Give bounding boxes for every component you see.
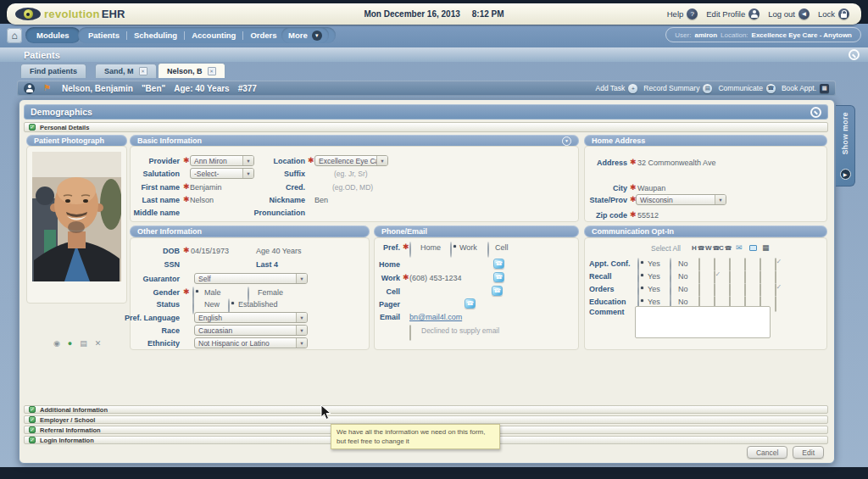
chevron-down-icon: ▼ <box>296 338 307 348</box>
pref-work-radio[interactable] <box>450 242 452 258</box>
nav-accounting[interactable]: Accounting <box>192 31 236 40</box>
section-personal-details[interactable]: ✓ Personal Details <box>24 122 828 132</box>
section-additional-information[interactable]: ✓Additional Information <box>24 405 828 414</box>
phone-icon[interactable]: ☎ <box>492 286 503 296</box>
pref-cell-radio[interactable] <box>487 242 489 258</box>
tab-nelson-b[interactable]: Nelson, B✕ <box>158 63 225 78</box>
webcam-icon[interactable]: ◉ <box>53 340 60 348</box>
pref-home-radio[interactable] <box>409 242 411 258</box>
pref-label: Pref. <box>375 243 400 252</box>
location-label: Location: <box>721 31 748 39</box>
collapse-chevron-icon[interactable]: ▼ <box>562 136 571 146</box>
book-appt-icon[interactable]: ▦ <box>820 84 829 93</box>
cancel-button[interactable]: Cancel <box>747 446 787 459</box>
first-name-label: First name <box>131 183 180 192</box>
record-summary-icon[interactable]: ▤ <box>703 84 712 93</box>
ethnicity-dropdown[interactable]: Not Hispanic or Latino▼ <box>194 337 308 348</box>
app-window: revolution EHR Mon December 16, 2013 8:1… <box>0 0 868 479</box>
city-label: City <box>585 184 627 192</box>
declined-email-label: Declined to supply email <box>421 326 499 335</box>
help-link[interactable]: Help? <box>667 8 698 19</box>
brand-ehr: EHR <box>102 8 125 20</box>
print-icon[interactable]: ▤ <box>80 340 87 348</box>
profile-icon[interactable] <box>748 8 760 19</box>
nav-scheduling[interactable]: Scheduling <box>134 31 177 40</box>
main-nav-bar: ⌂ Modules Patients Scheduling Accounting… <box>0 24 868 47</box>
nav-modules[interactable]: Modules <box>25 27 81 43</box>
optin-checkbox[interactable] <box>775 296 776 312</box>
lock-link[interactable]: Lock <box>818 8 849 19</box>
app-logo: revolution EHR <box>15 8 125 20</box>
tab-find-patients[interactable]: Find patients <box>20 64 86 78</box>
field-ssn: SSN Last 4 <box>131 259 369 270</box>
chevron-down-icon[interactable]: ▼ <box>312 31 322 41</box>
record-summary-button[interactable]: Record Summary▤ <box>643 84 712 93</box>
alert-flag-icon[interactable]: ⚑ <box>43 84 51 92</box>
dob-label: DOB <box>131 247 180 255</box>
lock-icon[interactable] <box>838 8 849 19</box>
check-icon: ✓ <box>29 426 36 433</box>
add-task-icon[interactable]: + <box>628 84 637 93</box>
tab-sand-m[interactable]: Sand, M✕ <box>95 64 157 78</box>
ssn-label: SSN <box>131 260 180 269</box>
state-dropdown[interactable]: Wisconsin▼ <box>636 194 726 205</box>
declined-email-checkbox[interactable] <box>409 325 411 341</box>
edit-button[interactable]: Edit <box>793 446 824 459</box>
show-more-tab[interactable]: Show more ▶ <box>836 105 855 187</box>
section-employer-school[interactable]: ✓Employer / School <box>24 415 828 424</box>
home-icon[interactable]: ⌂ <box>7 28 22 43</box>
location-dropdown[interactable]: Excellence Eye Care - N▼ <box>314 155 388 166</box>
module-title: Patients <box>24 50 60 60</box>
nav-more[interactable]: More▼ <box>281 27 329 43</box>
phone-icon[interactable]: ☎ <box>465 298 476 309</box>
check-icon: ✓ <box>29 406 36 413</box>
city-value: Waupan <box>637 184 665 192</box>
close-tab-icon[interactable]: ✕ <box>139 67 147 75</box>
optin-row-recall: Recall Yes No <box>585 271 826 281</box>
remove-photo-icon[interactable]: ✕ <box>95 340 102 348</box>
guarantor-dropdown[interactable]: Self▼ <box>194 273 308 284</box>
fax-icon: ▦ <box>762 243 770 252</box>
computer-icon <box>749 245 757 251</box>
comment-textarea[interactable] <box>635 306 771 338</box>
phone-icon[interactable]: ☎ <box>493 272 504 282</box>
race-dropdown[interactable]: Caucasian▼ <box>194 325 308 336</box>
demographics-panel: Demographics ✓ Personal Details Patient … <box>19 99 835 464</box>
phone-icon[interactable]: ☎ <box>493 259 504 269</box>
patient-actions: Add Task+ Record Summary▤ Communicate☎ B… <box>595 84 829 93</box>
book-appt-button[interactable]: Book Appt.▦ <box>782 84 829 93</box>
add-task-button[interactable]: Add Task+ <box>595 84 637 93</box>
field-provider-location: Provider ✱ Ann Miron▼ Location ✱ Excelle… <box>131 155 578 166</box>
date-text: Mon December 16, 2013 <box>364 9 459 19</box>
logout-link[interactable]: Log out◄ <box>768 8 810 19</box>
communicate-icon[interactable]: ☎ <box>766 84 776 93</box>
field-firstname-cred: First name ✱ Benjamin Cred. (eg.OD, MD) <box>131 181 578 192</box>
footer-buttons: Cancel Edit <box>747 446 824 459</box>
chevron-down-icon: ▼ <box>296 313 307 322</box>
demographics-title: Demographics <box>31 107 92 117</box>
optin-row-label: Orders <box>589 285 615 293</box>
patient-summary-bar: ⚑ Nelson, Benjamin "Ben" Age: 40 Years #… <box>17 81 836 96</box>
chevron-down-icon: ▼ <box>296 326 307 335</box>
nav-orders[interactable]: Orders <box>250 31 276 40</box>
nav-patients[interactable]: Patients <box>88 31 120 40</box>
pref-language-dropdown[interactable]: English▼ <box>194 312 308 323</box>
close-tab-icon[interactable]: ✕ <box>208 67 216 75</box>
email-link[interactable]: bn@mail4l.com <box>409 313 462 321</box>
cred-hint: (eg.OD, MD) <box>332 183 373 192</box>
optin-row-label: Recall <box>589 272 612 281</box>
select-all-link[interactable]: Select All <box>651 244 681 253</box>
field-zip: Zip code ✱ 55512 <box>585 209 826 220</box>
phone-email-header: Phone/Email <box>374 226 579 237</box>
edit-profile-link[interactable]: Edit Profile <box>706 8 760 19</box>
expand-arrow-icon[interactable]: ▶ <box>840 169 851 180</box>
image-upload-icon[interactable]: ● <box>68 340 72 348</box>
search-icon[interactable] <box>810 107 821 118</box>
dob-age: Age 40 Years <box>256 247 302 255</box>
help-icon[interactable]: ? <box>687 8 698 19</box>
communicate-button[interactable]: Communicate☎ <box>718 84 775 93</box>
logout-arrow-icon[interactable]: ◄ <box>798 8 810 19</box>
location-value: Excellence Eye Care - Anytown <box>752 31 852 39</box>
pref-work-label: Work <box>459 243 477 252</box>
wrench-icon[interactable] <box>849 49 860 60</box>
